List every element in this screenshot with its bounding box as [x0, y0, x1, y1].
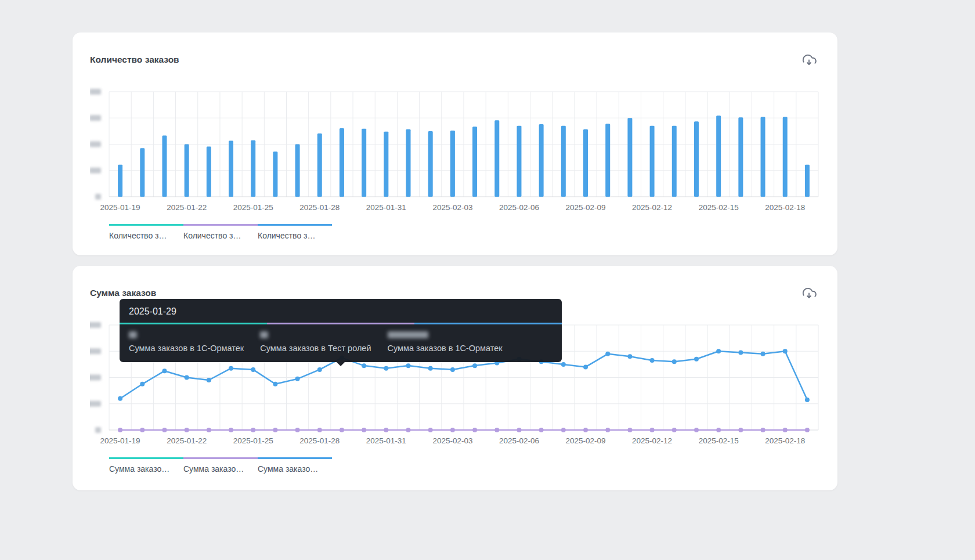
legend-item[interactable]: Количество з… — [109, 224, 183, 240]
purple-segment — [267, 323, 414, 324]
svg-text:2025-01-28: 2025-01-28 — [299, 436, 340, 445]
card-title: Сумма заказов — [90, 288, 156, 298]
svg-text:2025-02-09: 2025-02-09 — [566, 436, 606, 445]
svg-text:2025-02-15: 2025-02-15 — [699, 203, 739, 212]
chart-tooltip: 2025-01-29 Сумма заказов в 1С-Орматек Су… — [120, 299, 562, 362]
svg-text:2025-02-06: 2025-02-06 — [499, 203, 539, 212]
tooltip-label: Сумма заказов в 1С-Орматек — [129, 344, 244, 353]
svg-text:2025-01-28: 2025-01-28 — [299, 203, 340, 212]
legend-item[interactable]: Количество з… — [183, 224, 258, 240]
legend-item[interactable]: Сумма заказо… — [258, 457, 332, 474]
legend-item[interactable]: Количество з… — [258, 224, 332, 240]
svg-text:2025-02-03: 2025-02-03 — [432, 436, 472, 445]
blurred-value — [260, 331, 268, 338]
legend-item[interactable]: Сумма заказо… — [109, 457, 183, 474]
tooltip-date: 2025-01-29 — [120, 299, 562, 323]
svg-text:2025-02-12: 2025-02-12 — [632, 436, 672, 445]
blurred-value — [129, 331, 137, 338]
chart-legend: Количество з… Количество з… Количество з… — [109, 224, 332, 240]
teal-segment — [120, 323, 267, 324]
svg-text:2025-02-18: 2025-02-18 — [765, 436, 805, 445]
orders-count-card: Количество заказов 2025-01-192025-01-222… — [73, 32, 837, 255]
legend-item[interactable]: Сумма заказо… — [183, 457, 258, 474]
svg-text:2025-02-18: 2025-02-18 — [765, 203, 805, 212]
blue-segment — [414, 323, 562, 324]
tooltip-item: Сумма заказов в Тест ролей — [260, 331, 371, 353]
tooltip-label: Сумма заказов в Тест ролей — [260, 344, 371, 353]
svg-text:2025-01-19: 2025-01-19 — [100, 436, 140, 445]
svg-text:2025-01-22: 2025-01-22 — [167, 436, 207, 445]
orders-count-bar-chart[interactable]: 2025-01-192025-01-222025-01-252025-01-28… — [90, 85, 833, 221]
svg-text:2025-01-31: 2025-01-31 — [366, 436, 406, 445]
svg-text:2025-01-19: 2025-01-19 — [100, 203, 140, 212]
tooltip-label: Сумма заказов в 1С-Орматек — [388, 344, 503, 353]
download-button[interactable] — [801, 285, 818, 302]
download-button[interactable] — [801, 52, 818, 69]
blurred-value — [388, 331, 428, 338]
card-title: Количество заказов — [90, 55, 179, 65]
tooltip-series-rule — [120, 323, 562, 324]
tooltip-item: Сумма заказов в 1С-Орматек — [129, 331, 244, 353]
svg-text:2025-02-12: 2025-02-12 — [632, 203, 672, 212]
svg-text:2025-02-06: 2025-02-06 — [499, 436, 539, 445]
svg-text:2025-01-31: 2025-01-31 — [366, 203, 406, 212]
svg-text:2025-01-22: 2025-01-22 — [167, 203, 207, 212]
svg-text:2025-01-25: 2025-01-25 — [233, 436, 273, 445]
svg-text:2025-02-09: 2025-02-09 — [566, 203, 606, 212]
cloud-download-icon — [801, 52, 818, 68]
svg-text:2025-02-03: 2025-02-03 — [432, 203, 472, 212]
svg-text:2025-01-25: 2025-01-25 — [233, 203, 273, 212]
svg-text:2025-02-15: 2025-02-15 — [699, 436, 739, 445]
cloud-download-icon — [801, 286, 818, 302]
orders-sum-card: Сумма заказов 2025-01-192025-01-222025-0… — [73, 266, 837, 490]
tooltip-item: Сумма заказов в 1С-Орматек — [388, 331, 503, 353]
chart-legend: Сумма заказо… Сумма заказо… Сумма заказо… — [109, 457, 332, 474]
